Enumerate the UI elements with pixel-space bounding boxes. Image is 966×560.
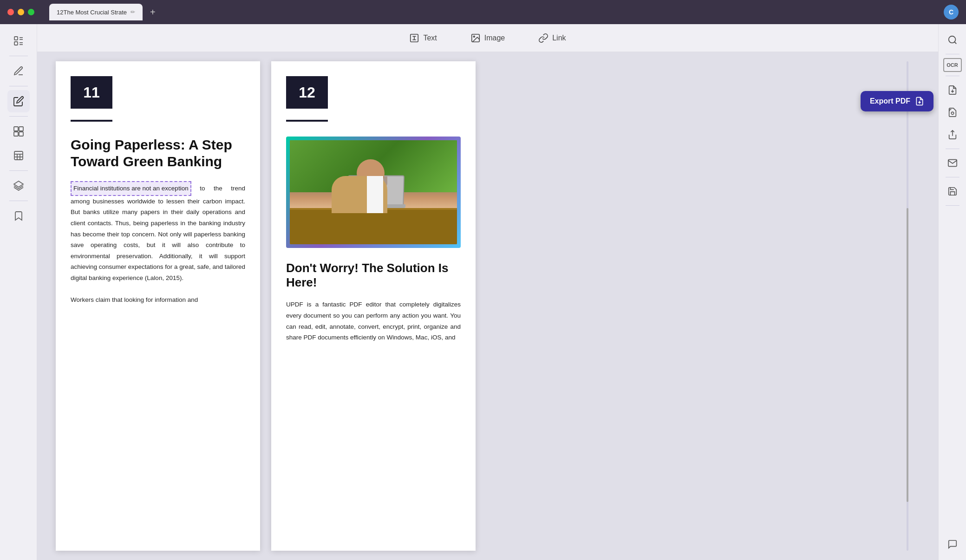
user-avatar[interactable]: C [944, 5, 959, 20]
sidebar-divider-5 [9, 201, 28, 201]
link-icon [538, 33, 548, 43]
right-divider-2 [946, 76, 959, 76]
page-number-underline-11 [71, 120, 112, 122]
right-divider-1 [946, 54, 959, 54]
svg-rect-8 [14, 132, 18, 136]
sidebar-icon-annotation[interactable] [7, 60, 30, 82]
left-sidebar [0, 24, 37, 560]
maximize-button[interactable] [28, 9, 34, 15]
text-icon [409, 33, 419, 43]
traffic-lights [7, 9, 34, 15]
page-number-12: 12 [299, 84, 315, 101]
scrollbar[interactable] [907, 61, 908, 551]
sidebar-icon-bookmark[interactable] [7, 205, 30, 227]
highlighted-sentence[interactable]: Financial institutions are not an except… [71, 181, 191, 196]
toolbar: Text Image Link [37, 24, 938, 52]
svg-rect-9 [19, 132, 23, 136]
minimize-button[interactable] [18, 9, 24, 15]
pdf-page-11: 11 Going Paperless: A Step Toward Green … [56, 61, 260, 551]
page-11-heading: Going Paperless: A Step Toward Green Ban… [71, 137, 245, 170]
sidebar-chat-icon[interactable] [942, 534, 963, 554]
right-divider-4 [946, 177, 959, 177]
toolbar-text-item[interactable]: Text [402, 29, 444, 47]
svg-rect-0 [14, 37, 18, 40]
sidebar-save-icon[interactable] [942, 181, 963, 202]
sidebar-icon-table[interactable] [7, 144, 30, 167]
page-number-11: 11 [83, 84, 100, 101]
link-label: Link [552, 34, 566, 42]
body-text-continuation: to the trend among businesses worldwide … [71, 185, 245, 281]
tab-title: 12The Most Crucial Strate [57, 9, 127, 16]
sidebar-icon-pages[interactable] [7, 120, 30, 143]
page-12-heading: Don't Worry! The Solution Is Here! [286, 261, 461, 290]
right-divider-3 [946, 149, 959, 149]
svg-point-25 [951, 112, 954, 115]
active-tab[interactable]: 12The Most Crucial Strate ✏ [49, 4, 143, 20]
sidebar-email-icon[interactable] [942, 153, 963, 173]
svg-rect-6 [14, 127, 18, 131]
tab-bar: 12The Most Crucial Strate ✏ + [49, 4, 159, 20]
sidebar-search-icon[interactable] [942, 30, 963, 50]
export-pdf-label: Export PDF [870, 97, 910, 105]
svg-rect-1 [14, 42, 18, 45]
page-number-box-11: 11 [71, 76, 112, 109]
main-content: Text Image Link [37, 24, 938, 560]
export-pdf-button-icon [915, 97, 924, 106]
document-area: 11 Going Paperless: A Step Toward Green … [37, 52, 938, 560]
page-number-underline-12 [286, 120, 328, 122]
scrollbar-thumb[interactable] [907, 208, 908, 501]
sidebar-scan-icon[interactable] [942, 102, 963, 123]
right-divider-5 [946, 205, 959, 206]
sidebar-divider-2 [9, 86, 28, 86]
svg-point-21 [473, 36, 475, 37]
svg-line-23 [954, 42, 956, 44]
sidebar-icon-document-list[interactable] [7, 30, 30, 52]
page-11-body: Financial institutions are not an except… [71, 181, 245, 306]
sidebar-divider-3 [9, 116, 28, 117]
add-tab-button[interactable]: + [146, 5, 159, 20]
export-pdf-button[interactable]: Export PDF [861, 91, 933, 111]
svg-point-22 [948, 36, 955, 43]
page-12-body: UPDF is a fantastic PDF editor that comp… [286, 299, 461, 343]
page-12-image-container [286, 137, 461, 248]
page-12-image [290, 140, 457, 244]
text-label: Text [423, 34, 437, 42]
ocr-label: OCR [946, 62, 958, 68]
sidebar-share-icon[interactable] [942, 124, 963, 145]
page-number-box-12: 12 [286, 76, 328, 109]
toolbar-image-item[interactable]: Image [463, 29, 512, 47]
edit-tab-icon[interactable]: ✏ [131, 9, 135, 15]
sidebar-icon-layers[interactable] [7, 175, 30, 197]
right-sidebar: OCR [938, 24, 966, 560]
sidebar-export-icon[interactable] [942, 80, 963, 100]
sidebar-divider-1 [9, 56, 28, 56]
image-icon [470, 33, 481, 43]
image-label: Image [484, 34, 505, 42]
svg-rect-7 [19, 127, 23, 131]
toolbar-link-item[interactable]: Link [531, 29, 573, 47]
sidebar-ocr-icon[interactable]: OCR [943, 58, 962, 72]
sidebar-icon-edit[interactable] [7, 90, 30, 112]
sidebar-divider-4 [9, 170, 28, 171]
pdf-page-12: 12 [271, 61, 476, 551]
svg-rect-10 [14, 151, 23, 160]
app-container: Text Image Link [0, 24, 966, 560]
title-bar: 12The Most Crucial Strate ✏ + C [0, 0, 966, 24]
highlighted-text: Financial institutions are not an except… [73, 185, 189, 192]
close-button[interactable] [7, 9, 14, 15]
body-text-2: Workers claim that looking for informati… [71, 296, 198, 303]
